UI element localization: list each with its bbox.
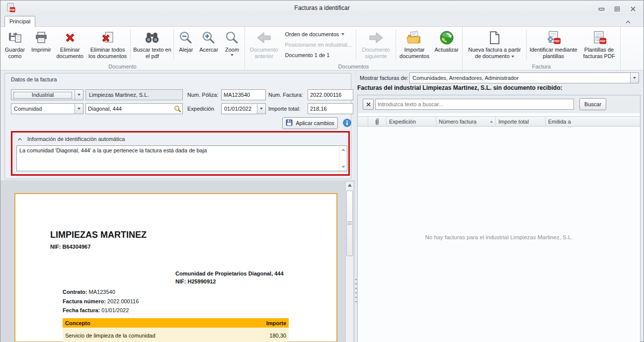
- documento-anterior-button[interactable]: Documento anterior: [246, 28, 282, 62]
- invoice-number-value: 2022.000116: [106, 298, 139, 304]
- preview-scrollbar[interactable]: [345, 181, 354, 342]
- button-label: Importar documentos: [400, 47, 429, 59]
- expedicion-column-header[interactable]: Expedición: [387, 117, 436, 126]
- documento-siguiente-button[interactable]: Documento siguiente: [357, 28, 394, 62]
- invoice-page: LIMPIEZAS MARTINEZ NIF: B64304967 Comuni…: [14, 193, 337, 342]
- import-folder-icon: [406, 29, 423, 47]
- invoice-date-value: 01/01/2022: [100, 307, 129, 313]
- dropdown-arrow-button[interactable]: [630, 73, 639, 83]
- info-automatica-header[interactable]: Información de identificación automática: [12, 134, 125, 144]
- info-automatica-message-box[interactable]: La comunidad 'Diagonal, 444' a la que pe…: [16, 145, 347, 171]
- ribbon-group-documentos: Documento anterior Orden de documentos P…: [245, 27, 463, 70]
- grid-header-row: Expedición Número factura Importe total …: [358, 116, 640, 127]
- tab-strip: Principal: [0, 15, 644, 26]
- zoom-button[interactable]: Zoom: [221, 28, 243, 62]
- industrial-selector[interactable]: Industrial: [11, 89, 83, 100]
- new-document-icon: [487, 29, 502, 47]
- dropdown-arrow-button[interactable]: [75, 104, 83, 114]
- datos-factura-groupbox: Datos de la factura Industrial Limpiezas…: [4, 73, 351, 179]
- imprimir-button[interactable]: Imprimir: [28, 28, 54, 62]
- numero-factura-column-header[interactable]: Número factura: [436, 117, 496, 126]
- eliminar-todos-button[interactable]: Eliminar todos los documentos: [86, 28, 130, 62]
- app-window: PDF Facturas a identificar Principal Gua…: [0, 0, 644, 342]
- button-label: Eliminar documento: [56, 47, 83, 59]
- paperclip-icon: [374, 118, 380, 126]
- binoculars-icon: [144, 29, 161, 47]
- tab-principal[interactable]: Principal: [4, 16, 35, 27]
- comunidad-search-field[interactable]: [85, 103, 183, 114]
- button-label: Actualizar: [435, 47, 459, 53]
- dropdown-arrow-button[interactable]: [75, 90, 83, 100]
- scroll-down-icon: [341, 166, 345, 168]
- mostrar-facturas-combobox[interactable]: Comunidades, Arrendadores, Administrador: [409, 72, 639, 83]
- column-label: Importe total: [498, 119, 529, 125]
- date-value: 01/01/2022: [224, 104, 256, 114]
- actualizar-button[interactable]: Actualizar: [432, 28, 461, 62]
- aplicar-cambios-button[interactable]: Aplicar cambios: [282, 117, 338, 129]
- orden-documentos-dropdown[interactable]: Orden de documentos: [285, 29, 352, 39]
- button-label: Eliminar todos los documentos: [88, 47, 127, 59]
- svg-text:PDF: PDF: [554, 40, 560, 43]
- dropdown-arrow-button[interactable]: [257, 104, 265, 114]
- invoice-table-row: Servicio de limpieza de la comunidad 180…: [63, 328, 289, 342]
- importar-documentos-button[interactable]: Importar documentos: [397, 28, 432, 62]
- invoice-company-name: LIMPIEZAS MARTINEZ: [50, 230, 147, 240]
- message-scrollbar[interactable]: [339, 146, 347, 171]
- save-as-icon: [7, 29, 22, 47]
- button-label: Identificar mediante plantillas: [530, 47, 577, 59]
- comunidad-selector[interactable]: Comunidad: [11, 103, 83, 114]
- importe-total-input[interactable]: [308, 103, 353, 114]
- toolbar-separator: [396, 29, 396, 60]
- eliminar-documento-button[interactable]: Eliminar documento: [54, 28, 86, 62]
- guardar-como-button[interactable]: Guardar como: [1, 28, 28, 62]
- close-icon: [630, 6, 636, 12]
- buscar-texto-button[interactable]: Buscar texto en el pdf: [132, 28, 172, 62]
- invoice-client-name: Comunidad de Propietarios Diagonal, 444: [175, 270, 284, 277]
- comunidad-input[interactable]: [86, 104, 173, 114]
- toolbar-separator: [526, 29, 527, 60]
- clear-x-icon: [366, 102, 371, 107]
- search-lookup-icon[interactable]: [174, 105, 181, 114]
- button-label: Guardar como: [5, 47, 25, 59]
- chevron-down-icon: [341, 33, 344, 35]
- nueva-factura-button[interactable]: Nueva factura a partir de documento: [464, 28, 525, 62]
- num-poliza-input[interactable]: [221, 89, 266, 100]
- button-label: Documento siguiente: [362, 47, 390, 59]
- plantillas-pdf-button[interactable]: PDF Plantillas de facturas PDF: [579, 28, 619, 62]
- attachment-column-header[interactable]: [368, 117, 387, 126]
- info-icon[interactable]: [343, 119, 351, 128]
- chevron-down-icon: [260, 108, 263, 110]
- invoice-date-label: Fecha factura:: [63, 307, 100, 313]
- restore-button[interactable]: [612, 4, 623, 13]
- button-label: Imprimir: [31, 47, 51, 53]
- window-title: Facturas a identificar: [0, 4, 644, 11]
- invoice-number-line: Factura número: 2022.000116: [63, 297, 139, 306]
- pdf-templates-icon: PDF: [591, 29, 607, 47]
- contract-label: Contrato:: [63, 289, 87, 295]
- buscar-button[interactable]: Buscar: [579, 98, 606, 110]
- scroll-up-icon[interactable]: [348, 184, 352, 187]
- search-input[interactable]: [375, 99, 574, 110]
- scrollbar-thumb[interactable]: [346, 191, 353, 256]
- acercar-button[interactable]: Acercar: [197, 28, 221, 62]
- minimize-button[interactable]: [596, 4, 607, 13]
- emitida-a-column-header[interactable]: Emitida a: [546, 117, 641, 126]
- chevron-down-icon: [78, 94, 80, 96]
- scroll-up-icon: [341, 148, 345, 151]
- identificar-plantillas-button[interactable]: PDF Identificar mediante plantillas: [528, 28, 579, 62]
- alejar-button[interactable]: Alejar: [175, 28, 197, 62]
- ribbon-collapse-button[interactable]: [624, 18, 633, 25]
- mostrar-facturas-label: Mostrar facturas de:: [360, 72, 408, 83]
- chevron-down-icon: [633, 77, 636, 79]
- clear-search-button[interactable]: [363, 99, 374, 110]
- arrow-right-icon: [368, 29, 385, 47]
- posicionarse-button[interactable]: Posicionarse en industrial...: [285, 40, 352, 50]
- close-button[interactable]: [628, 4, 639, 13]
- num-factura-input[interactable]: [308, 89, 353, 100]
- expedicion-date-picker[interactable]: 01/01/2022: [221, 103, 266, 114]
- button-label: Documento anterior: [250, 47, 278, 59]
- invoice-contract-line: Contrato: MA123540: [63, 287, 139, 297]
- splitter-grip-dots: [355, 279, 357, 303]
- importe-total-column-header[interactable]: Importe total: [496, 117, 546, 126]
- section-title: Información de identificación automática: [27, 136, 125, 142]
